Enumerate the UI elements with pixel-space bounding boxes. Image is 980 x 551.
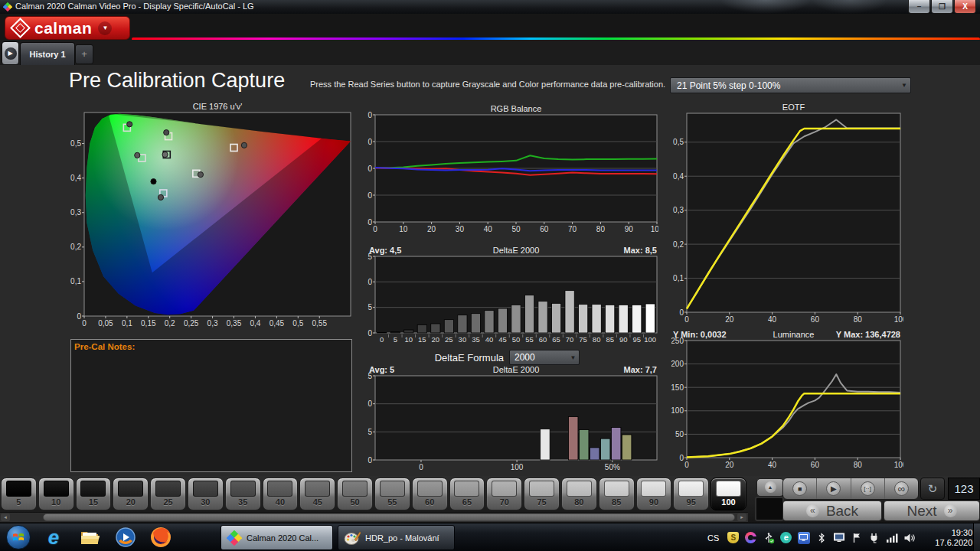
level-button-70[interactable]: 70: [486, 478, 522, 510]
level-button-60[interactable]: 60: [412, 478, 448, 510]
svg-text:90: 90: [625, 225, 634, 233]
level-button-25[interactable]: 25: [150, 478, 186, 510]
tab-history-1[interactable]: History 1: [20, 42, 75, 66]
action-center-flag-icon[interactable]: [850, 531, 863, 544]
level-label: 80: [562, 497, 596, 507]
level-swatch: [155, 481, 181, 497]
system-tray: CS S e: [707, 523, 972, 551]
read-series-button[interactable]: [··]: [851, 478, 885, 499]
display-settings-tray-icon[interactable]: [797, 531, 810, 544]
shield-s-tray-icon[interactable]: S: [727, 531, 740, 544]
stop-icon: ■: [792, 481, 807, 496]
level-button-45[interactable]: 45: [299, 478, 335, 510]
logo-dropdown-icon[interactable]: ▼: [98, 21, 112, 35]
stop-button[interactable]: ■: [783, 478, 817, 499]
taskbar-clock[interactable]: 19:30 17.6.2020: [925, 528, 972, 548]
pattern-preview-window[interactable]: [755, 497, 784, 521]
add-tab-button[interactable]: +: [75, 44, 93, 64]
calman-menu-button[interactable]: calman ▼: [5, 16, 130, 40]
level-button-85[interactable]: 85: [599, 478, 635, 510]
svg-text:0: 0: [368, 329, 372, 337]
close-icon: X: [962, 2, 968, 11]
gray-level-buttons: 5101520253035404550556065707580859095100: [1, 478, 749, 510]
windows-explorer-icon[interactable]: [78, 525, 103, 549]
transport-controls: ■ ▶ [··] ∞: [782, 478, 919, 500]
read-loop-button[interactable]: ∞: [885, 478, 918, 499]
level-button-30[interactable]: 30: [188, 478, 224, 510]
svg-text:100: 100: [651, 225, 658, 233]
expander-play-icon: ▶: [5, 47, 17, 60]
layout-expander-button[interactable]: ▶: [2, 41, 19, 65]
level-button-50[interactable]: 50: [337, 478, 373, 510]
firefox-icon[interactable]: [149, 525, 173, 549]
cie-measured-dot: [135, 152, 140, 158]
level-label: 100: [711, 497, 746, 507]
pattern-control-bar: 5101520253035404550556065707580859095100…: [0, 476, 980, 523]
cie-measured-dot: [162, 152, 168, 157]
color-ring-tray-icon[interactable]: [744, 531, 757, 544]
svg-text:0,15: 0,15: [141, 319, 156, 328]
level-button-75[interactable]: 75: [524, 478, 560, 510]
show-desktop-button[interactable]: [973, 523, 980, 551]
collapse-preview-button[interactable]: ▲: [756, 478, 784, 497]
level-button-90[interactable]: 90: [636, 478, 672, 510]
svg-text:60: 60: [811, 315, 820, 324]
next-button[interactable]: Next »: [884, 500, 980, 521]
sync-icon: ↻: [928, 482, 938, 495]
level-button-95[interactable]: 95: [673, 478, 709, 510]
level-label: 15: [77, 497, 111, 507]
deltae-color-chart: 051015010050%DeltaE 2000Avg: 5Max: 7,7: [368, 365, 658, 477]
internet-explorer-icon[interactable]: e: [41, 525, 66, 549]
level-button-55[interactable]: 55: [374, 478, 410, 510]
deltae-formula-dropdown[interactable]: 2000 ▼: [509, 350, 580, 365]
level-button-40[interactable]: 40: [263, 478, 299, 510]
media-player-icon[interactable]: [113, 525, 138, 549]
taskbar-item-paint[interactable]: HDR_po - Malování: [338, 525, 455, 550]
svg-text:20: 20: [432, 335, 440, 344]
level-button-15[interactable]: 15: [76, 478, 112, 510]
power-plug-tray-icon[interactable]: [867, 531, 880, 544]
level-button-35[interactable]: 35: [225, 478, 261, 510]
svg-text:0,2: 0,2: [70, 243, 81, 251]
read-continuous-button[interactable]: ▶: [817, 478, 851, 499]
scrollbar-thumb[interactable]: [43, 514, 735, 521]
pre-cal-notes-box[interactable]: Pre-Cal Notes:: [70, 339, 352, 472]
level-button-5[interactable]: 5: [1, 478, 37, 510]
scroll-right-icon[interactable]: ▸: [737, 514, 746, 521]
plus-icon: +: [81, 48, 87, 60]
level-button-80[interactable]: 80: [561, 478, 597, 510]
minimize-button[interactable]: –: [908, 0, 930, 14]
monitor-tray-icon[interactable]: [832, 531, 845, 544]
cie-chart: 00,10,20,30,40,500,050,10,150,20,250,30,…: [67, 102, 354, 334]
workspace: Pre Calibration Capture Press the Read S…: [0, 65, 980, 476]
volume-tray-icon[interactable]: [903, 531, 916, 544]
level-button-65[interactable]: 65: [449, 478, 485, 510]
level-label: 90: [637, 497, 671, 507]
level-scrollbar[interactable]: ◂ ▸: [0, 512, 748, 522]
svg-text:30: 30: [456, 225, 465, 233]
svg-text:50: 50: [512, 335, 521, 344]
close-button[interactable]: X: [954, 0, 976, 14]
level-button-100[interactable]: 100: [710, 478, 746, 510]
level-swatch: [230, 481, 256, 497]
window-title: Calman 2020 Calman Video Pro - Display S…: [15, 2, 254, 11]
level-button-20[interactable]: 20: [113, 478, 149, 510]
tab-bar: ▶ History 1 + SpectraCal C6 HDR2000LG_C8…: [0, 40, 980, 65]
bluetooth-tray-icon[interactable]: [815, 531, 828, 544]
start-button[interactable]: [6, 525, 31, 549]
taskbar-item-calman[interactable]: Calman 2020 Cal...: [220, 525, 333, 550]
windows-taskbar: e Calman 2020 Cal...: [0, 523, 980, 551]
svg-text:EOTF: EOTF: [782, 103, 805, 112]
eset-tray-icon[interactable]: e: [779, 531, 792, 544]
scroll-left-icon[interactable]: ◂: [1, 514, 10, 521]
usb-tray-icon[interactable]: [762, 531, 775, 544]
language-indicator[interactable]: CS: [707, 533, 719, 543]
restore-button[interactable]: ❐: [931, 0, 953, 14]
svg-text:70: 70: [568, 225, 577, 233]
level-label: 5: [2, 497, 36, 507]
network-signal-tray-icon[interactable]: [885, 531, 898, 544]
back-button[interactable]: « Back: [782, 500, 882, 521]
level-button-10[interactable]: 10: [38, 478, 74, 510]
pattern-points-dropdown[interactable]: 21 Point 5% step 0-100% ▼: [670, 77, 911, 93]
sync-button[interactable]: ↻: [920, 478, 945, 500]
